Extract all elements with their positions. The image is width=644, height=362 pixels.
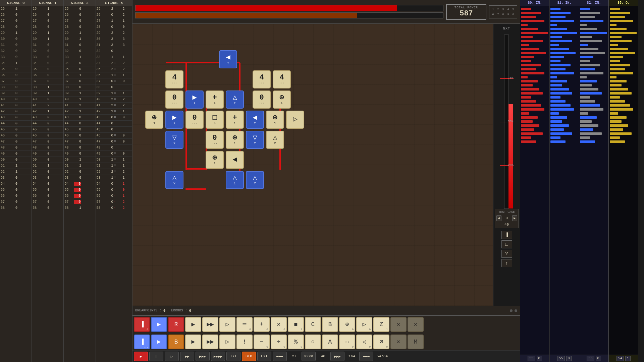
toolbar-btn-14[interactable]: ∅0 bbox=[373, 335, 389, 349]
toolbar-btn-7[interactable]: −0 bbox=[254, 335, 270, 349]
toolbar-btn-10[interactable]: C bbox=[305, 317, 321, 332]
toolbar-btn-0[interactable]: ▐... bbox=[134, 335, 150, 349]
node-0-right[interactable]: 0 ··· bbox=[253, 90, 271, 109]
node-4-right2[interactable]: 4 ··· bbox=[273, 70, 291, 88]
bottom-toolbar-btn-13[interactable]: ▶▶▶ bbox=[330, 352, 344, 361]
signal-row-arrow: = bbox=[113, 176, 119, 180]
toolbar-btn-4[interactable]: ▶▶ bbox=[202, 317, 218, 332]
toolbar-btn-9[interactable]: ■1 bbox=[288, 317, 304, 332]
toolbar-btn-0[interactable]: ▐0 bbox=[134, 317, 150, 332]
toolbar-btn-6[interactable]: ═0 bbox=[236, 317, 253, 332]
bottom-toolbar-btn-3[interactable]: ▶▶ bbox=[180, 352, 194, 361]
toolbar-btn-5[interactable]: ▷ bbox=[219, 335, 235, 349]
test-case-prev-btn[interactable]: ◄ bbox=[496, 215, 501, 221]
bottom-toolbar-btn-14[interactable]: 164 bbox=[346, 354, 358, 358]
node-play-mid[interactable]: ▶ Y bbox=[165, 111, 183, 129]
toolbar-btn-8[interactable]: ✕0 bbox=[271, 317, 287, 332]
node-play-left[interactable]: ▶ Y bbox=[185, 90, 204, 109]
signal-row-num: 31 bbox=[1, 43, 10, 47]
toolbar-btn-12[interactable]: ⊕0 bbox=[339, 317, 355, 332]
node-tri-right[interactable]: △ 2 bbox=[266, 131, 284, 149]
bottom-toolbar-btn-11[interactable]: ×××× bbox=[302, 352, 316, 361]
node-arrow-left-bot[interactable]: ◀ bbox=[226, 151, 244, 169]
bottom-toolbar-btn-8[interactable]: EXT bbox=[257, 352, 271, 361]
toolbar-btn-7[interactable]: +0 bbox=[254, 317, 270, 332]
signal-row-val: 0 bbox=[42, 188, 49, 192]
node-square-mid[interactable]: □ 5 bbox=[206, 111, 224, 129]
bottom-toolbar-btn-4[interactable]: ▶▶▶ bbox=[196, 352, 210, 361]
node-4-left[interactable]: 4 ··· bbox=[165, 70, 183, 88]
node-cross-bot[interactable]: ⊕ 1 bbox=[226, 131, 244, 149]
toolbar-btn-13[interactable]: ▷0 bbox=[356, 317, 372, 332]
node-arrow-up-bot2[interactable]: △ 1 bbox=[226, 171, 244, 189]
node-plus-mid[interactable]: + 1 bbox=[206, 90, 224, 109]
toolbar-btn-4[interactable]: ▶▶ bbox=[202, 335, 218, 349]
node-cross-bot2[interactable]: ⊕ 1 bbox=[206, 151, 224, 169]
bottom-toolbar-btn-15[interactable]: ▬▬▬ bbox=[359, 352, 373, 361]
toolbar-btn-6[interactable]: ! bbox=[236, 335, 253, 349]
toolbar-btn-15[interactable]: ✕ bbox=[390, 317, 407, 332]
toolbar-btn-16[interactable]: M bbox=[408, 335, 424, 349]
toolbar-btn-2[interactable]: B bbox=[168, 335, 184, 349]
toolbar-btn-1[interactable]: ▶ bbox=[151, 335, 167, 349]
node-arrow-down-right[interactable]: ▽ Y bbox=[246, 131, 264, 149]
toolbar-btn-3[interactable]: ▶ bbox=[185, 317, 201, 332]
signal-row-val: 1 bbox=[42, 92, 49, 95]
signal-row-arrow: = bbox=[113, 116, 119, 119]
output-bar bbox=[610, 76, 616, 78]
toolbar-btn-13[interactable]: ◁0 bbox=[356, 335, 372, 349]
node-arrow-left-mid[interactable]: ◀ Y bbox=[246, 111, 264, 129]
toolbar-btn-11[interactable]: B bbox=[322, 317, 338, 332]
node-arrow-down[interactable]: ▽ Y bbox=[165, 131, 183, 149]
node-cross-right[interactable]: ⊕ 1 bbox=[273, 90, 291, 109]
right-panel-btns: ▐ □ ? ↕ bbox=[501, 231, 512, 267]
toolbar-btn-16[interactable]: ✕ bbox=[408, 317, 424, 332]
node-arrow-right-edge[interactable]: ▷ bbox=[286, 111, 304, 129]
panel-btn-1[interactable]: ▐ bbox=[501, 231, 512, 239]
test-case-row2: 40 bbox=[496, 223, 517, 227]
node-0-left[interactable]: 0 ··· bbox=[165, 90, 183, 109]
test-case-next-btn[interactable]: ► bbox=[512, 215, 517, 221]
output-bar bbox=[610, 36, 622, 38]
bottom-toolbar-btn-16[interactable]: 54/64 bbox=[375, 354, 390, 358]
bottom-toolbar-btn-12[interactable]: 46 bbox=[317, 354, 329, 358]
node-4-right1[interactable]: 4 ··· bbox=[253, 70, 271, 88]
toolbar-btn-2[interactable]: R bbox=[168, 317, 184, 332]
toolbar-btn-3[interactable]: ▶ bbox=[185, 335, 201, 349]
toolbar-btn-1[interactable]: ▶ bbox=[151, 317, 167, 332]
node-arrow-up-mid[interactable]: △ Y bbox=[226, 90, 244, 109]
node-arrow-up-bot[interactable]: △ Y bbox=[165, 171, 183, 189]
node-arrow-left-top[interactable]: ◀ Y bbox=[219, 50, 237, 68]
toolbar-btn-10[interactable]: ○ bbox=[305, 335, 321, 349]
toolbar-btn-5[interactable]: ▷ bbox=[219, 317, 235, 332]
bottom-toolbar-btn-6[interactable]: TXT bbox=[226, 352, 240, 361]
bottom-toolbar-btn-7[interactable]: DEB bbox=[242, 352, 256, 361]
toolbar-btn-14[interactable]: Z1 bbox=[373, 317, 389, 332]
bottom-toolbar-btn-5[interactable]: ▶▶▶▶ bbox=[211, 352, 225, 361]
node-0-mid[interactable]: 0 ··· bbox=[185, 111, 204, 129]
node-cross-mid[interactable]: ⊕ 1 bbox=[266, 111, 284, 129]
toolbar-btn-icon: ✕ bbox=[277, 321, 281, 327]
bottom-toolbar-btn-9[interactable]: ▬▬▬ bbox=[273, 352, 287, 361]
bottom-toolbar-btn-1[interactable]: ⏸ bbox=[149, 352, 163, 361]
node-left-edge[interactable]: ⊕ 1 bbox=[145, 111, 163, 129]
toolbar-btn-8[interactable]: ÷0 bbox=[271, 335, 287, 349]
panel-btn-2[interactable]: □ bbox=[501, 240, 512, 248]
panel-btn-3[interactable]: ? bbox=[501, 250, 512, 258]
output-bar bbox=[550, 120, 562, 123]
node-plus-right[interactable]: + 1 bbox=[226, 111, 244, 129]
bottom-toolbar-btn-0[interactable]: ▶ bbox=[134, 352, 148, 361]
signal-row: 522=2 bbox=[96, 169, 132, 175]
toolbar-btn-11[interactable]: A bbox=[322, 335, 338, 349]
signal-row-num: 27 bbox=[64, 19, 74, 23]
toolbar-btn-9[interactable]: %0 bbox=[288, 335, 304, 349]
toolbar-btn-12[interactable]: ↔0 bbox=[339, 335, 355, 349]
bottom-toolbar-btn-2[interactable]: ▷ bbox=[165, 352, 179, 361]
circuit-grid[interactable]: ◀ Y 4 ··· 4 ··· 4 ··· bbox=[132, 24, 493, 306]
panel-btn-4[interactable]: ↕ bbox=[501, 259, 512, 267]
toolbar-btn-15[interactable]: ✕ bbox=[390, 335, 407, 349]
node-0-bot[interactable]: 0 ··· bbox=[206, 131, 224, 149]
node-arrow-up-bot3[interactable]: △ Y bbox=[246, 171, 264, 189]
signal-row: 460 bbox=[32, 133, 63, 139]
bottom-toolbar-btn-10[interactable]: 27 bbox=[288, 354, 300, 358]
